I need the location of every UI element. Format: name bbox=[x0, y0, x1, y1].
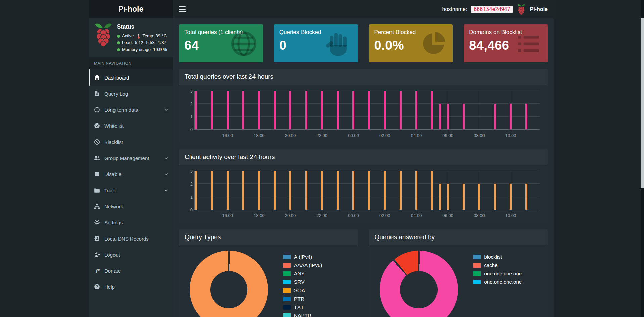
legend-item-txt[interactable]: TXT bbox=[283, 304, 322, 310]
sidebar-item-blacklist[interactable]: Blacklist bbox=[89, 134, 173, 150]
legend-item-a-ipv4[interactable]: A (IPv4) bbox=[283, 254, 322, 260]
legend-item-srv[interactable]: SRV bbox=[283, 279, 322, 285]
y-tick-label: 0 bbox=[185, 207, 193, 212]
gears-icon bbox=[94, 219, 100, 225]
sidebar-item-label: Help bbox=[104, 284, 115, 290]
chart-bar bbox=[510, 184, 512, 210]
panel-query-types: Query Types A (IPv4)AAAA (IPv6)ANYSRVSOA… bbox=[179, 229, 358, 317]
legend-swatch bbox=[283, 313, 291, 317]
legend-item-cache[interactable]: cache bbox=[473, 262, 522, 268]
legend-item-one-one-one-one[interactable]: one.one.one.one bbox=[473, 271, 522, 276]
x-tick-label: 20:00 bbox=[285, 213, 296, 218]
sidebar-item-logout[interactable]: Logout bbox=[89, 247, 173, 263]
chart-bar bbox=[400, 91, 402, 129]
status-heading: Status bbox=[117, 23, 167, 31]
sidebar-item-dashboard[interactable]: Dashboard bbox=[89, 69, 173, 86]
sidebar-item-label: Dashboard bbox=[104, 75, 129, 81]
pie-chart-icon bbox=[419, 29, 448, 58]
legend-item-one-one-one-one[interactable]: one.one.one.one bbox=[473, 279, 522, 285]
legend-swatch bbox=[283, 271, 291, 276]
chart-bar bbox=[289, 171, 291, 210]
sidebar-item-local-dns-records[interactable]: Local DNS Records bbox=[89, 230, 173, 247]
app-logo[interactable]: Pi-hole bbox=[89, 0, 173, 18]
sidebar-item-tools[interactable]: Tools bbox=[89, 182, 173, 198]
x-tick-label: 10:00 bbox=[505, 213, 516, 218]
chart-bar bbox=[321, 171, 323, 210]
sidebar-item-group-management[interactable]: Group Management bbox=[89, 150, 173, 166]
navbar-right: hostname: 666154e2d947 Pi-hole bbox=[442, 4, 548, 15]
sidebar-toggle-button[interactable] bbox=[179, 0, 188, 18]
stat-card-total-queries-1-clients: Total queries (1 clients)64 bbox=[179, 24, 263, 62]
chart-bar bbox=[494, 104, 496, 129]
ban-icon bbox=[94, 139, 100, 145]
chart-bar bbox=[289, 91, 291, 129]
chart-bar bbox=[258, 171, 260, 210]
legend-label: one.one.one.one bbox=[484, 271, 522, 276]
sidebar-item-long-term-data[interactable]: Long term data bbox=[89, 102, 173, 118]
chart-bar bbox=[368, 91, 370, 129]
sidebar-item-query-log[interactable]: Query Log bbox=[89, 86, 173, 102]
scrollbar-thumb[interactable] bbox=[641, 18, 644, 188]
sidebar-item-donate[interactable]: Donate bbox=[89, 263, 173, 279]
sidebar-item-whitelist[interactable]: Whitelist bbox=[89, 118, 173, 134]
sidebar-item-label: Donate bbox=[104, 268, 121, 274]
panel-total-queries: Total queries over last 24 hours 16:0018… bbox=[179, 69, 548, 143]
brand-label: Pi-hole bbox=[530, 6, 548, 12]
logout-icon bbox=[94, 252, 100, 258]
legend-item-blocklist[interactable]: blocklist bbox=[473, 254, 522, 260]
chart-bar bbox=[431, 91, 433, 129]
sidebar-item-label: Whitelist bbox=[104, 123, 124, 129]
chart-bar bbox=[352, 91, 354, 129]
x-tick-label: 20:00 bbox=[285, 133, 296, 138]
thermometer-icon bbox=[137, 33, 140, 39]
chart-bar bbox=[242, 91, 244, 129]
legend-swatch bbox=[473, 271, 481, 276]
x-tick-label: 08:00 bbox=[474, 213, 485, 218]
bottom-panels-row: Query Types A (IPv4)AAAA (IPv6)ANYSRVSOA… bbox=[179, 229, 548, 317]
x-tick-label: 16:00 bbox=[222, 213, 233, 218]
legend-label: PTR bbox=[294, 296, 304, 302]
chart-bar bbox=[415, 171, 417, 210]
chart-bar bbox=[525, 184, 527, 210]
x-tick-label: 22:00 bbox=[316, 133, 327, 138]
chart-bar bbox=[242, 171, 244, 210]
chart-bar bbox=[352, 171, 354, 210]
legend-label: SRV bbox=[294, 279, 305, 285]
legend-item-soa[interactable]: SOA bbox=[283, 287, 322, 293]
legend-item-naptr[interactable]: NAPTR bbox=[283, 313, 322, 317]
logo-text-bold: hole bbox=[128, 5, 143, 14]
x-tick-label: 06:00 bbox=[442, 133, 453, 138]
chevron-down-icon bbox=[164, 188, 169, 193]
chart-bar bbox=[431, 171, 433, 210]
sidebar-item-disable[interactable]: Disable bbox=[89, 166, 173, 182]
sidebar-item-network[interactable]: Network bbox=[89, 198, 173, 214]
status-active-label: Active bbox=[122, 33, 134, 39]
chart-bar bbox=[274, 91, 276, 129]
check-circle-icon bbox=[94, 123, 100, 129]
panel-title-queries-answered-by: Queries answered by bbox=[369, 229, 548, 245]
chart-bar bbox=[258, 91, 260, 129]
legend-item-ptr[interactable]: PTR bbox=[283, 296, 322, 302]
legend-item-aaaa-ipv6[interactable]: AAAA (IPv6) bbox=[283, 262, 322, 268]
grid-line-horizontal bbox=[195, 183, 540, 184]
legend-item-any[interactable]: ANY bbox=[283, 271, 322, 276]
panel-body: 16:0018:0020:0022:0000:0002:0004:0006:00… bbox=[179, 165, 548, 223]
y-tick-label: 0 bbox=[185, 127, 193, 132]
status-row-active: Active Temp: 39 °C bbox=[117, 33, 167, 39]
legend-swatch bbox=[283, 263, 291, 268]
chart-bar bbox=[305, 171, 307, 210]
grid-line-horizontal bbox=[195, 171, 540, 171]
chevron-down-icon bbox=[164, 156, 169, 161]
scrollbar-track[interactable] bbox=[641, 0, 644, 317]
chart-bar bbox=[447, 104, 449, 129]
sidebar-item-settings[interactable]: Settings bbox=[89, 214, 173, 230]
hand-icon bbox=[324, 29, 353, 58]
summary-cards-row: Total queries (1 clients)64Queries Block… bbox=[179, 24, 548, 62]
x-tick-label: 18:00 bbox=[254, 213, 265, 218]
grid-line-horizontal bbox=[195, 116, 540, 117]
queries-answered-by-donut bbox=[380, 251, 458, 317]
legend-label: NAPTR bbox=[294, 313, 311, 317]
sidebar-item-help[interactable]: Help bbox=[89, 279, 173, 295]
client-activity-chart: 16:0018:0020:0022:0000:0002:0004:0006:00… bbox=[184, 169, 543, 220]
hostname-label: hostname: bbox=[442, 6, 467, 12]
